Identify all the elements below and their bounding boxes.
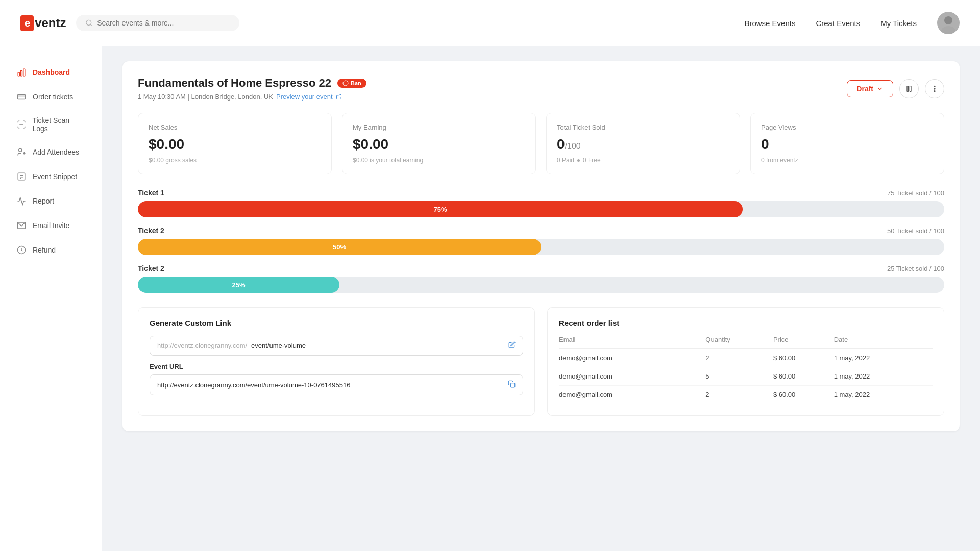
search-bar[interactable] — [76, 15, 239, 31]
svg-rect-27 — [511, 383, 515, 387]
sidebar-item-add-attendees[interactable]: Add Attendees — [4, 141, 97, 163]
event-title-area: Fundamentals of Home Espresso 22 Ban 1 M… — [138, 77, 366, 101]
bar-chart-icon — [16, 67, 27, 78]
search-input[interactable] — [97, 19, 230, 27]
ticket-row: Ticket 2 50 Ticket sold / 100 50% — [138, 227, 944, 255]
stat-card-tickets-sold: Total Ticket Sold 0/100 0 Paid 0 Free — [546, 113, 740, 174]
pause-button[interactable] — [899, 79, 919, 98]
avatar[interactable] — [937, 12, 960, 34]
progress-bar-bg: 75% — [138, 201, 944, 217]
ticket-name: Ticket 2 — [138, 227, 164, 235]
refund-icon — [16, 245, 27, 255]
main-content: Fundamentals of Home Espresso 22 Ban 1 M… — [102, 46, 980, 551]
ticket-name: Ticket 2 — [138, 264, 164, 272]
sidebar-ticket-scan-logs-label: Ticket Scan Logs — [32, 116, 85, 133]
pause-icon — [905, 85, 913, 93]
content-card: Fundamentals of Home Espresso 22 Ban 1 M… — [122, 61, 960, 431]
progress-bar-fill: 50% — [138, 239, 541, 255]
custom-link-input: http://eventz.clonegranny.com/ event/ume… — [150, 336, 523, 356]
progress-bar-bg: 25% — [138, 277, 944, 293]
cell-price: $ 60.00 — [773, 386, 834, 404]
tickets-sold-value: 0/100 — [557, 136, 729, 153]
copy-icon[interactable] — [508, 380, 516, 390]
ticket-count: 75 Ticket sold / 100 — [887, 189, 944, 197]
custom-link-prefix: http://eventz.clonegranny.com/ — [157, 342, 247, 349]
stats-grid: Net Sales $0.00 $0.00 gross sales My Ear… — [138, 113, 944, 174]
sidebar-item-email-invite[interactable]: Email Invite — [4, 214, 97, 237]
ticket-header: Ticket 2 50 Ticket sold / 100 — [138, 227, 944, 235]
custom-link-title: Generate Custom Link — [150, 319, 523, 328]
table-row: demo@gmail.com 2 $ 60.00 1 may, 2022 — [559, 386, 933, 404]
navbar: e ventz Browse Events Creat Events My Ti… — [0, 0, 980, 46]
chevron-down-icon — [876, 85, 884, 92]
order-table: Email Quantity Price Date demo@gmail.com… — [559, 336, 933, 404]
svg-rect-7 — [23, 69, 25, 76]
net-sales-value: $0.00 — [149, 136, 321, 153]
external-link-icon — [336, 94, 342, 100]
progress-bar-fill: 75% — [138, 201, 743, 217]
report-icon — [16, 196, 27, 206]
add-person-icon — [16, 147, 27, 157]
cell-date: 1 may, 2022 — [834, 367, 933, 386]
sidebar-item-refund[interactable]: Refund — [4, 239, 97, 261]
svg-point-0 — [86, 20, 91, 25]
recent-order-title: Recent order list — [559, 319, 933, 328]
logo[interactable]: e ventz — [20, 15, 66, 31]
svg-point-26 — [934, 90, 935, 91]
edit-icon[interactable] — [508, 341, 516, 350]
more-button[interactable] — [925, 79, 944, 98]
cell-email: demo@gmail.com — [559, 349, 705, 367]
ticket-count: 25 Ticket sold / 100 — [887, 265, 944, 272]
layout: Dashboard Order tickets Ticket Scan Logs… — [0, 46, 980, 551]
tickets-section: Ticket 1 75 Ticket sold / 100 75% Ticket… — [138, 189, 944, 293]
sidebar-item-event-snippet[interactable]: Event Snippet — [4, 165, 97, 188]
sidebar-item-ticket-scan-logs[interactable]: Ticket Scan Logs — [4, 110, 97, 139]
svg-point-3 — [944, 16, 952, 24]
sidebar-item-order-tickets[interactable]: Order tickets — [4, 86, 97, 108]
sidebar-event-snippet-label: Event Snippet — [33, 172, 77, 181]
ticket-row: Ticket 1 75 Ticket sold / 100 75% — [138, 189, 944, 217]
table-row: demo@gmail.com 5 $ 60.00 1 may, 2022 — [559, 367, 933, 386]
event-url-label: Event URL — [150, 363, 523, 370]
svg-line-21 — [338, 94, 341, 97]
sidebar-item-dashboard[interactable]: Dashboard — [4, 61, 97, 84]
my-tickets-link[interactable]: My Tickets — [880, 19, 917, 28]
ticket-name: Ticket 1 — [138, 189, 164, 197]
cell-quantity: 5 — [705, 367, 773, 386]
create-events-link[interactable]: Creat Events — [816, 19, 860, 28]
page-views-value: 0 — [761, 136, 934, 153]
sidebar: Dashboard Order tickets Ticket Scan Logs… — [0, 46, 102, 551]
custom-link-value: event/ume-volume — [251, 342, 504, 349]
tickets-sold-label: Total Ticket Sold — [557, 123, 729, 131]
stat-card-net-sales: Net Sales $0.00 $0.00 gross sales — [138, 113, 332, 174]
navbar-left: e ventz — [20, 15, 239, 31]
browse-events-link[interactable]: Browse Events — [744, 19, 795, 28]
net-sales-note: $0.00 gross sales — [149, 157, 321, 164]
bottom-grid: Generate Custom Link http://eventz.clone… — [138, 307, 944, 416]
scan-icon — [16, 119, 26, 130]
navbar-right: Browse Events Creat Events My Tickets — [744, 12, 960, 34]
cell-date: 1 may, 2022 — [834, 386, 933, 404]
sidebar-email-invite-label: Email Invite — [33, 221, 69, 230]
event-title-row: Fundamentals of Home Espresso 22 Ban — [138, 77, 366, 90]
svg-rect-22 — [907, 86, 909, 91]
svg-rect-23 — [910, 86, 911, 91]
cell-quantity: 2 — [705, 349, 773, 367]
event-url-text: http://eventz.clonegranny.com/event/ume-… — [157, 381, 504, 389]
sidebar-item-report[interactable]: Report — [4, 190, 97, 212]
svg-rect-5 — [18, 72, 19, 76]
logo-icon: e — [20, 15, 34, 31]
cell-email: demo@gmail.com — [559, 386, 705, 404]
sidebar-add-attendees-label: Add Attendees — [33, 148, 79, 156]
preview-event-link[interactable]: Preview your event — [276, 93, 333, 101]
sidebar-order-tickets-label: Order tickets — [33, 93, 73, 101]
event-meta: 1 May 10:30 AM | London Bridge, London, … — [138, 93, 366, 101]
net-sales-label: Net Sales — [149, 123, 321, 131]
draft-button[interactable]: Draft — [847, 80, 893, 97]
event-url-input: http://eventz.clonegranny.com/event/ume-… — [150, 374, 523, 395]
logo-text: ventz — [35, 16, 66, 30]
ticket-row: Ticket 2 25 Ticket sold / 100 25% — [138, 264, 944, 293]
col-price: Price — [773, 336, 834, 349]
custom-link-card: Generate Custom Link http://eventz.clone… — [138, 307, 535, 416]
svg-point-25 — [934, 88, 935, 89]
